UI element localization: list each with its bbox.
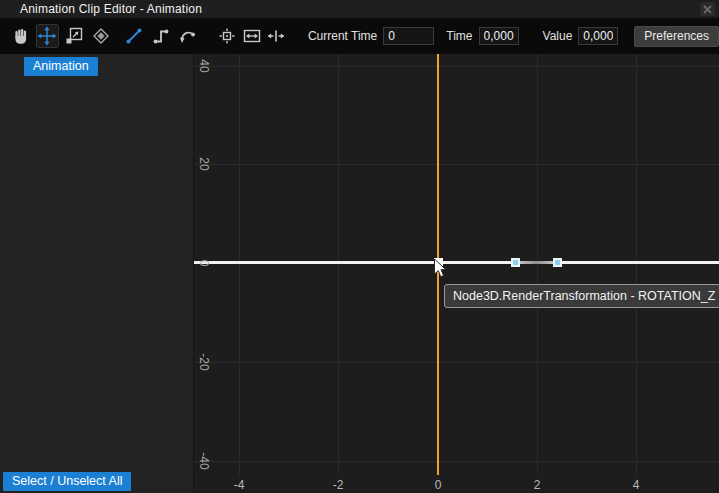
linear-interpolation-icon [124,26,144,46]
current-time-input[interactable] [383,27,434,45]
select-unselect-all-button[interactable]: Select / Unselect All [3,472,131,491]
curve-tooltip: Node3D.RenderTransformation - ROTATION_Z [444,284,719,308]
time-label: Time [446,29,472,43]
focus-selected-icon [217,26,237,46]
x-tick-neg-4: -4 [224,478,254,492]
y-tick-20: 20 [197,149,211,179]
curve-line[interactable] [194,261,719,264]
focus-selected-button[interactable] [216,25,238,47]
scale-icon [64,26,84,46]
spread-keys-icon [266,26,286,46]
linear-interpolation-button[interactable] [123,25,145,47]
curve-segment-between-keys[interactable] [515,261,557,264]
fit-width-icon [242,26,262,46]
move-button[interactable] [37,25,59,47]
mouse-cursor-icon [433,258,449,280]
gridline-horizontal [194,461,719,462]
move-icon [37,26,57,46]
step-interpolation-button[interactable] [150,25,172,47]
gridline-vertical [537,54,538,475]
spline-interpolation-button[interactable] [177,25,199,47]
scale-button[interactable] [63,25,85,47]
curve-graph-canvas[interactable]: 40 20 0 -20 -40 -4 -2 0 2 4 Node3D.Rende… [193,54,719,493]
gridline-vertical [239,54,240,475]
left-panel: Animation Select / Unselect All [0,54,193,493]
title-bar: Animation Clip Editor - Animation [0,0,719,18]
y-tick-0: 0 [197,248,211,278]
close-icon [703,5,712,14]
value-label: Value [543,29,573,43]
toolbar: Current Time Time Value Preferences [0,18,719,54]
window-title: Animation Clip Editor - Animation [20,2,202,16]
close-button[interactable] [700,2,715,16]
y-tick-40: 40 [197,54,211,81]
gridline-horizontal [194,362,719,363]
pan-hand-button[interactable] [10,25,32,47]
gridline-horizontal [194,164,719,165]
pan-hand-icon [11,26,31,46]
keyframe-time-1-55[interactable] [511,258,520,267]
preferences-button[interactable]: Preferences [634,26,719,47]
gridline-horizontal [194,66,719,67]
gridline-vertical [636,54,637,475]
gridline-vertical [338,54,339,475]
key-diamond-icon [91,26,111,46]
x-tick-4: 4 [621,478,651,492]
keyframe-time-2-4[interactable] [553,258,562,267]
x-tick-0: 0 [423,478,453,492]
x-tick-neg-2: -2 [323,478,353,492]
fit-width-button[interactable] [241,25,263,47]
y-tick-neg-40: -40 [197,446,211,476]
spread-keys-button[interactable] [265,25,287,47]
value-input[interactable] [578,27,618,45]
animation-clip-editor-window: Animation Clip Editor - Animation [0,0,719,493]
x-tick-2: 2 [522,478,552,492]
y-tick-neg-20: -20 [197,347,211,377]
step-interpolation-icon [151,26,171,46]
key-diamond-button[interactable] [90,25,112,47]
time-input[interactable] [479,27,519,45]
current-time-label: Current Time [308,29,377,43]
animation-tab-button[interactable]: Animation [24,57,98,76]
spline-interpolation-icon [177,26,197,46]
